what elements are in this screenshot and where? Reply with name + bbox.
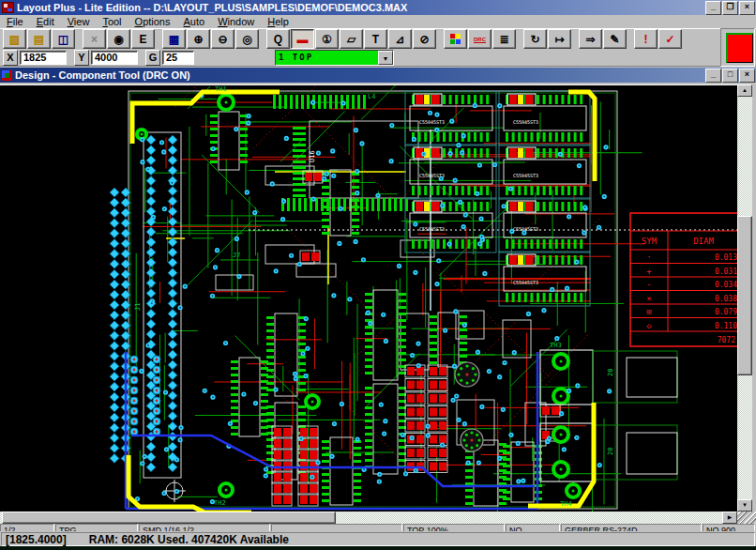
svg-text:U16: U16 [309, 150, 316, 162]
menu-item-view[interactable]: View [61, 15, 97, 28]
svg-text:×: × [646, 294, 651, 303]
svg-text:C55045ST3: C55045ST3 [513, 173, 538, 178]
design-window-title-bar[interactable]: Design - Component Tool (DRC ON) _ □ × [0, 68, 756, 83]
svg-text:TH3: TH3 [550, 342, 562, 349]
pcb-canvas[interactable]: C55045ST3C55045ST3C55045ST3C55045ST3C550… [0, 84, 737, 512]
status-coordinate: [1825.4000] [6, 533, 67, 546]
coordinate-toolbar: X 1825 Y 4000 G 25 1 TOP ▼ [0, 49, 756, 67]
restore-button[interactable]: ❐ [722, 1, 738, 15]
svg-text:0.079: 0.079 [715, 308, 737, 316]
status-bar: [1825.4000] RAM: 6028K Used. 407420K Ava… [0, 531, 756, 546]
menu-bar: FileEditViewToolOptionsAutoWindowHelp [0, 15, 756, 29]
status-panel: [1825.4000] RAM: 6028K Used. 407420K Ava… [1, 532, 755, 546]
no-connect-tool-icon[interactable]: ⊘ [413, 29, 436, 49]
vertical-scrollbar[interactable]: ▲ ▼ [737, 84, 752, 512]
open-icon[interactable]: ▨ [3, 29, 26, 49]
shove-track-icon[interactable]: ↦ [548, 29, 571, 49]
reconnect-icon[interactable]: ≣ [492, 29, 516, 49]
resize-grip[interactable] [737, 512, 756, 524]
svg-text:DIAM: DIAM [693, 237, 714, 246]
svg-text:◇: ◇ [646, 321, 652, 330]
svg-text:SYM: SYM [642, 237, 658, 246]
menu-item-options[interactable]: Options [129, 15, 177, 28]
svg-text:TH2: TH2 [214, 499, 226, 507]
status-strip-field: TOP 100% [403, 524, 505, 531]
svg-text:C55045ST3: C55045ST3 [513, 280, 538, 285]
status-strip: 1/2TPGSMD 1/16 1/2TOP 100%NOGERBER RS-27… [0, 524, 756, 531]
svg-text:+: + [646, 267, 652, 276]
drc-icon[interactable]: DRC [468, 29, 491, 49]
close-button[interactable]: × [739, 1, 755, 15]
svg-text:-: - [646, 280, 651, 289]
design-window-icon [2, 70, 12, 81]
svg-text:0.013: 0.013 [715, 253, 737, 262]
status-strip-field: GERBER RS-274D [561, 524, 702, 531]
svg-text:·: · [646, 252, 651, 262]
grid-field[interactable]: 25 [162, 51, 194, 65]
svg-text:7072: 7072 [718, 336, 735, 344]
layer-color-panel [720, 28, 755, 67]
pin-tool-icon[interactable]: ① [315, 29, 339, 49]
svg-text:0.110: 0.110 [715, 322, 737, 330]
scroll-down-arrow-icon[interactable]: ▼ [737, 499, 752, 512]
svg-text:20: 20 [607, 448, 614, 455]
save-icon[interactable]: ▤ [27, 29, 51, 49]
obstacle-tool-icon[interactable]: ▱ [340, 29, 363, 49]
text-tool-icon[interactable]: T [364, 29, 387, 49]
x-coordinate-field[interactable]: 1825 [20, 51, 67, 65]
layer-dropdown[interactable]: 1 TOP ▼ [275, 50, 394, 66]
menu-item-tool[interactable]: Tool [96, 15, 128, 28]
svg-text:20: 20 [607, 369, 614, 376]
vertical-scroll-thumb[interactable] [737, 216, 752, 375]
pcb-design[interactable]: C55045ST3C55045ST3C55045ST3C55045ST3C550… [0, 85, 737, 512]
horizontal-scrollbar[interactable]: ▶ [0, 512, 737, 524]
menu-item-window[interactable]: Window [211, 15, 261, 28]
error-marker-icon[interactable]: ! [634, 29, 658, 49]
svg-text:C55045ST3: C55045ST3 [419, 226, 445, 232]
svg-text:J1: J1 [134, 303, 142, 311]
scroll-up-arrow-icon[interactable]: ▲ [737, 84, 752, 97]
title-bar[interactable]: Layout Plus - Lite Edition -- D:\LAYOUT_… [0, 0, 756, 15]
status-strip-field: 1/2 [0, 524, 54, 531]
layer-dropdown-value: 1 TOP [276, 51, 378, 65]
find-icon[interactable]: ◉ [107, 29, 130, 49]
svg-text:0.034: 0.034 [715, 281, 737, 289]
scroll-right-arrow-icon[interactable]: ▶ [722, 512, 737, 524]
grid-label: G [145, 50, 160, 66]
design-maximize-button[interactable]: □ [722, 69, 738, 83]
spreadsheet-icon[interactable]: ▦ [162, 29, 186, 49]
zoom-all-icon[interactable]: ◎ [235, 29, 259, 49]
status-memory: RAM: 6028K Used. 407420K Available [89, 533, 289, 546]
component-tool-icon[interactable]: ▬ [291, 29, 314, 49]
refresh-route-icon[interactable]: ↻ [523, 29, 547, 49]
status-strip-field: NO 900 [703, 524, 755, 531]
route-icon[interactable]: ⇒ [579, 29, 602, 49]
color-palette-icon[interactable] [444, 29, 467, 49]
design-close-button[interactable]: × [739, 69, 755, 83]
y-coordinate-field[interactable]: 4000 [91, 51, 138, 65]
zoom-in-icon[interactable]: ⊕ [187, 29, 210, 49]
menu-item-edit[interactable]: Edit [30, 15, 61, 28]
minimize-button[interactable]: _ [705, 1, 721, 15]
window-title: Layout Plus - Lite Edition -- D:\LAYOUT_… [17, 2, 407, 13]
library-icon[interactable]: ◫ [52, 29, 75, 49]
edit-icon[interactable]: E [131, 29, 155, 49]
y-coordinate-label: Y [74, 50, 89, 66]
layer-color-swatch[interactable] [726, 33, 753, 63]
svg-text:0.031: 0.031 [715, 267, 737, 276]
horizontal-scroll-thumb[interactable] [2, 512, 336, 524]
delete-icon[interactable]: × [83, 29, 106, 49]
menu-item-auto[interactable]: Auto [176, 15, 211, 28]
edit-segment-icon[interactable]: ✎ [603, 29, 627, 49]
query-icon[interactable]: Q [266, 29, 290, 49]
svg-text:TH1: TH1 [215, 85, 227, 93]
toolbar: ▨▤◫×◉E▦⊕⊖◎Q▬①▱T⊿⊘DRC≣↻↦⇒✎!✓ [0, 28, 756, 49]
measure-tool-icon[interactable]: ⊿ [388, 29, 412, 49]
drc-check-icon[interactable]: ✓ [658, 29, 682, 49]
menu-item-help[interactable]: Help [261, 15, 295, 28]
menu-item-file[interactable]: File [0, 15, 30, 28]
chevron-down-icon[interactable]: ▼ [378, 51, 393, 65]
svg-text:C55045ST3: C55045ST3 [513, 119, 538, 125]
zoom-out-icon[interactable]: ⊖ [211, 29, 234, 49]
design-minimize-button[interactable]: _ [705, 69, 721, 83]
